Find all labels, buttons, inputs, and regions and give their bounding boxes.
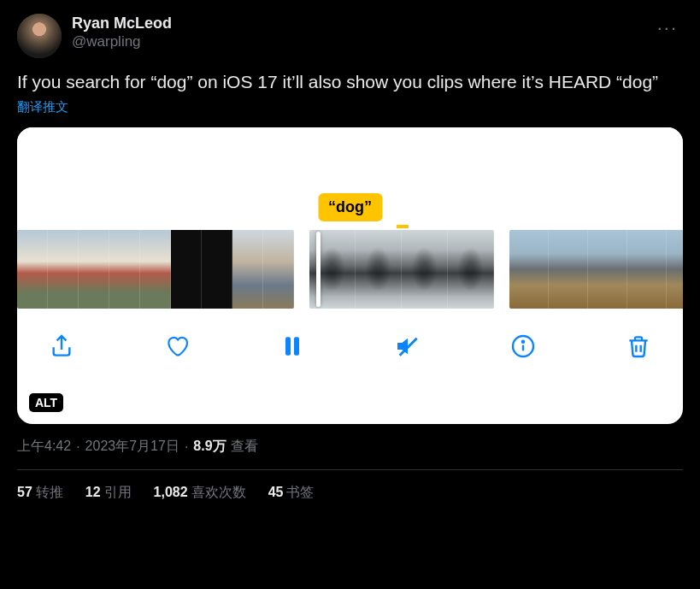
media-caption-area: “dog” xyxy=(17,127,683,230)
alt-badge[interactable]: ALT xyxy=(29,393,63,412)
media-attachment[interactable]: “dog” xyxy=(17,127,683,424)
clip-thumbnail-group xyxy=(509,230,683,309)
more-options-icon[interactable]: ··· xyxy=(657,14,683,39)
tweet-container: Ryan McLeod @warpling ··· If you search … xyxy=(0,0,700,502)
caption-tick-icon xyxy=(397,225,409,228)
mute-icon[interactable] xyxy=(394,333,421,360)
bookmarks-stat[interactable]: 45书签 xyxy=(268,484,315,502)
info-icon[interactable] xyxy=(509,333,537,360)
trash-icon[interactable] xyxy=(625,333,652,360)
handle: @warpling xyxy=(72,32,647,51)
tweet-body: If you search for “dog” on iOS 17 it’ll … xyxy=(17,70,683,94)
views-label[interactable]: 查看 xyxy=(231,438,258,456)
display-name: Ryan McLeod xyxy=(72,14,647,32)
pause-icon[interactable] xyxy=(279,333,306,360)
tweet-meta: 上午4:42 · 2023年7月17日 · 8.9万 查看 xyxy=(17,438,683,469)
avatar[interactable] xyxy=(17,14,62,58)
caption-tag: “dog” xyxy=(318,193,382,221)
clip-thumbnail-group xyxy=(309,230,494,309)
time-label[interactable]: 上午4:42 xyxy=(17,438,71,456)
media-toolbar xyxy=(17,309,683,360)
date-label[interactable]: 2023年7月17日 xyxy=(85,438,179,456)
views-count: 8.9万 xyxy=(193,438,226,456)
stats-row: 57转推 12引用 1,082喜欢次数 45书签 xyxy=(17,470,683,502)
clip-thumbnail-group xyxy=(17,230,294,309)
retweets-stat[interactable]: 57转推 xyxy=(17,484,63,502)
share-icon[interactable] xyxy=(48,333,75,360)
likes-stat[interactable]: 1,082喜欢次数 xyxy=(154,484,246,502)
heart-icon[interactable] xyxy=(163,333,191,360)
video-scrubber[interactable] xyxy=(17,230,683,309)
author-names[interactable]: Ryan McLeod @warpling xyxy=(72,14,647,51)
quotes-stat[interactable]: 12引用 xyxy=(85,484,132,502)
svg-rect-1 xyxy=(294,337,299,355)
tweet-header: Ryan McLeod @warpling ··· xyxy=(17,14,683,58)
svg-point-5 xyxy=(522,341,524,343)
playhead-icon[interactable] xyxy=(316,232,321,307)
translate-link[interactable]: 翻译推文 xyxy=(17,99,683,115)
svg-rect-0 xyxy=(285,337,291,355)
